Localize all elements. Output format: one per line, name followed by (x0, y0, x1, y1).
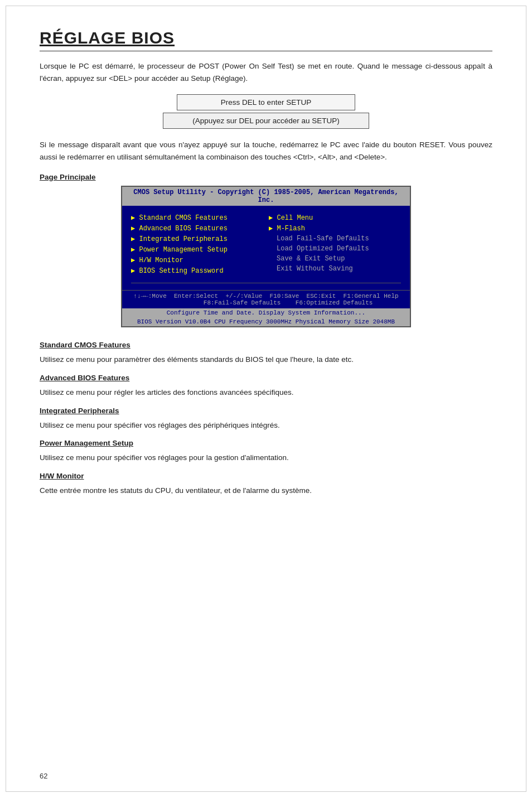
section-advanced-bios-heading: Advanced BIOS Features (40, 374, 492, 382)
bios-menu-cell-menu: Cell Menu (269, 212, 401, 223)
section-integrated-peripherals-heading: Integrated Peripherals (40, 407, 492, 415)
bios-status: Configure Time and Date. Display System … (122, 308, 410, 317)
section-advanced-bios: Advanced BIOS Features Utilisez ce menu … (40, 374, 492, 399)
page-number: 62 (40, 772, 47, 780)
reset-text: Si le message disparaît avant que vous n… (40, 139, 492, 163)
bios-separator (131, 283, 401, 283)
section-power-management-desc: Utilisez ce menu pour spécifier vos régl… (40, 452, 492, 464)
title-divider (40, 51, 492, 51)
section-standard-cmos: Standard CMOS Features Utilisez ce menu … (40, 341, 492, 366)
section-standard-cmos-desc: Utilisez ce menu pour paramètrer des élé… (40, 354, 492, 366)
bios-right-col: Cell Menu M-Flash Load Fail-Safe Default… (269, 212, 401, 276)
bios-menu-save-exit: Save & Exit Setup (269, 254, 401, 264)
section-integrated-peripherals: Integrated Peripherals Utilisez ce menu … (40, 407, 492, 432)
page: RÉGLAGE BIOS Lorsque le PC est démarré, … (6, 6, 526, 792)
section-power-management-heading: Power Management Setup (40, 439, 492, 447)
bios-version: BIOS Version V10.0B4 CPU Frequency 3000M… (122, 317, 410, 326)
bios-menu-m-flash: M-Flash (269, 223, 401, 234)
bios-menu-bios-password: BIOS Setting Password (131, 265, 263, 276)
press-del-box2: (Appuyez sur DEL pour accéder au SETUP) (163, 113, 369, 129)
bios-menu-grid: Standard CMOS Features Advanced BIOS Fea… (131, 212, 401, 276)
section-power-management: Power Management Setup Utilisez ce menu … (40, 439, 492, 464)
bios-menu-hw-monitor: H/W Monitor (131, 255, 263, 265)
press-del-label1: Press DEL to enter SETUP (221, 98, 311, 107)
press-del-box1: Press DEL to enter SETUP (177, 94, 355, 110)
bios-menu-integrated-peripherals: Integrated Peripherals (131, 234, 263, 244)
bios-title-bar: CMOS Setup Utility - Copyright (C) 1985-… (122, 187, 410, 206)
bios-footer: ↑↓→←:Move Enter:Select +/-/:Value F10:Sa… (122, 290, 410, 308)
section-integrated-peripherals-desc: Utilisez ce menu pour spécifier vos régl… (40, 419, 492, 432)
bios-menu-load-optimized: Load Optimized Defaults (269, 244, 401, 254)
press-del-label2: (Appuyez sur DEL pour accéder au SETUP) (192, 117, 340, 125)
bios-menu-standard-cmos: Standard CMOS Features (131, 212, 263, 223)
bios-left-col: Standard CMOS Features Advanced BIOS Fea… (131, 212, 263, 276)
intro-text: Lorsque le PC est démarré, le processeur… (40, 60, 492, 84)
bios-menu-load-failsafe: Load Fail-Safe Defaults (269, 234, 401, 244)
section-hw-monitor-desc: Cette entrée montre les statuts du CPU, … (40, 485, 492, 497)
bios-menu-advanced-bios: Advanced BIOS Features (131, 223, 263, 234)
bios-menu-power-management: Power Management Setup (131, 244, 263, 255)
section-advanced-bios-desc: Utilisez ce menu pour régler les article… (40, 386, 492, 399)
bios-screen: CMOS Setup Utility - Copyright (C) 1985-… (121, 186, 411, 327)
bios-body: Standard CMOS Features Advanced BIOS Fea… (122, 206, 410, 290)
section-standard-cmos-heading: Standard CMOS Features (40, 341, 492, 349)
bios-menu-exit-no-save: Exit Without Saving (269, 264, 401, 274)
page-principale-heading: Page Principale (40, 173, 492, 181)
section-hw-monitor-heading: H/W Monitor (40, 472, 492, 480)
page-title: RÉGLAGE BIOS (40, 28, 492, 47)
section-hw-monitor: H/W Monitor Cette entrée montre les stat… (40, 472, 492, 497)
